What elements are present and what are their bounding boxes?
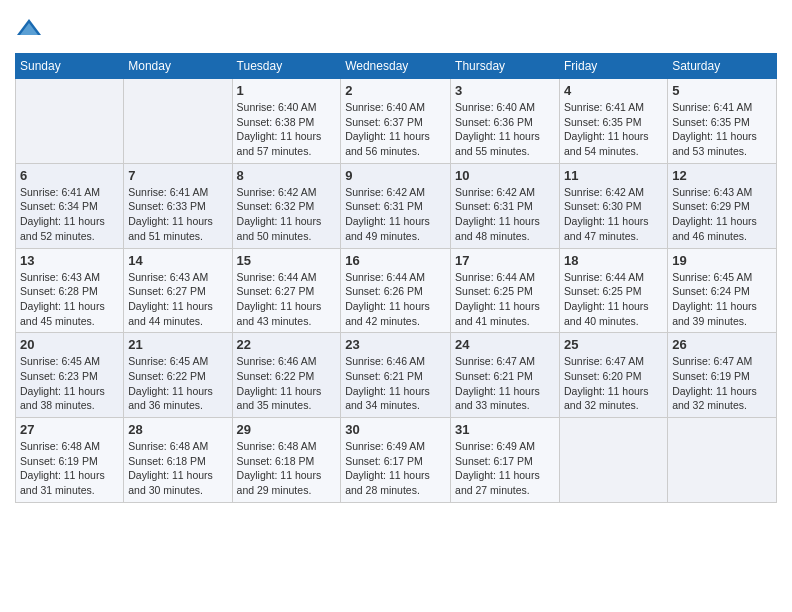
day-detail: Sunrise: 6:45 AM Sunset: 6:22 PM Dayligh… <box>128 354 227 413</box>
day-number: 20 <box>20 337 119 352</box>
calendar-cell: 23Sunrise: 6:46 AM Sunset: 6:21 PM Dayli… <box>341 333 451 418</box>
calendar-cell: 6Sunrise: 6:41 AM Sunset: 6:34 PM Daylig… <box>16 163 124 248</box>
day-header-sunday: Sunday <box>16 54 124 79</box>
calendar-cell: 4Sunrise: 6:41 AM Sunset: 6:35 PM Daylig… <box>559 79 667 164</box>
calendar-cell: 9Sunrise: 6:42 AM Sunset: 6:31 PM Daylig… <box>341 163 451 248</box>
day-number: 7 <box>128 168 227 183</box>
calendar-cell: 11Sunrise: 6:42 AM Sunset: 6:30 PM Dayli… <box>559 163 667 248</box>
day-number: 31 <box>455 422 555 437</box>
day-number: 29 <box>237 422 337 437</box>
day-detail: Sunrise: 6:43 AM Sunset: 6:28 PM Dayligh… <box>20 270 119 329</box>
calendar-cell <box>124 79 232 164</box>
day-detail: Sunrise: 6:45 AM Sunset: 6:23 PM Dayligh… <box>20 354 119 413</box>
calendar-cell: 25Sunrise: 6:47 AM Sunset: 6:20 PM Dayli… <box>559 333 667 418</box>
calendar-cell: 31Sunrise: 6:49 AM Sunset: 6:17 PM Dayli… <box>451 418 560 503</box>
day-detail: Sunrise: 6:43 AM Sunset: 6:29 PM Dayligh… <box>672 185 772 244</box>
calendar-cell: 13Sunrise: 6:43 AM Sunset: 6:28 PM Dayli… <box>16 248 124 333</box>
calendar-cell: 28Sunrise: 6:48 AM Sunset: 6:18 PM Dayli… <box>124 418 232 503</box>
calendar-cell: 29Sunrise: 6:48 AM Sunset: 6:18 PM Dayli… <box>232 418 341 503</box>
day-detail: Sunrise: 6:44 AM Sunset: 6:25 PM Dayligh… <box>564 270 663 329</box>
day-detail: Sunrise: 6:49 AM Sunset: 6:17 PM Dayligh… <box>455 439 555 498</box>
day-number: 1 <box>237 83 337 98</box>
calendar-cell: 18Sunrise: 6:44 AM Sunset: 6:25 PM Dayli… <box>559 248 667 333</box>
calendar-header-row: SundayMondayTuesdayWednesdayThursdayFrid… <box>16 54 777 79</box>
calendar-cell <box>559 418 667 503</box>
calendar-cell <box>668 418 777 503</box>
calendar-cell: 21Sunrise: 6:45 AM Sunset: 6:22 PM Dayli… <box>124 333 232 418</box>
calendar-cell: 17Sunrise: 6:44 AM Sunset: 6:25 PM Dayli… <box>451 248 560 333</box>
day-number: 26 <box>672 337 772 352</box>
day-number: 2 <box>345 83 446 98</box>
logo-icon <box>15 15 43 43</box>
day-number: 4 <box>564 83 663 98</box>
calendar-cell: 3Sunrise: 6:40 AM Sunset: 6:36 PM Daylig… <box>451 79 560 164</box>
calendar-cell: 15Sunrise: 6:44 AM Sunset: 6:27 PM Dayli… <box>232 248 341 333</box>
day-detail: Sunrise: 6:46 AM Sunset: 6:22 PM Dayligh… <box>237 354 337 413</box>
logo <box>15 15 47 43</box>
day-number: 27 <box>20 422 119 437</box>
day-detail: Sunrise: 6:45 AM Sunset: 6:24 PM Dayligh… <box>672 270 772 329</box>
day-detail: Sunrise: 6:47 AM Sunset: 6:21 PM Dayligh… <box>455 354 555 413</box>
calendar-cell: 1Sunrise: 6:40 AM Sunset: 6:38 PM Daylig… <box>232 79 341 164</box>
day-detail: Sunrise: 6:41 AM Sunset: 6:35 PM Dayligh… <box>564 100 663 159</box>
calendar-cell: 22Sunrise: 6:46 AM Sunset: 6:22 PM Dayli… <box>232 333 341 418</box>
day-detail: Sunrise: 6:48 AM Sunset: 6:18 PM Dayligh… <box>128 439 227 498</box>
day-detail: Sunrise: 6:42 AM Sunset: 6:31 PM Dayligh… <box>345 185 446 244</box>
calendar-cell: 27Sunrise: 6:48 AM Sunset: 6:19 PM Dayli… <box>16 418 124 503</box>
day-detail: Sunrise: 6:42 AM Sunset: 6:32 PM Dayligh… <box>237 185 337 244</box>
calendar-cell <box>16 79 124 164</box>
day-number: 23 <box>345 337 446 352</box>
calendar-cell: 14Sunrise: 6:43 AM Sunset: 6:27 PM Dayli… <box>124 248 232 333</box>
day-header-tuesday: Tuesday <box>232 54 341 79</box>
day-header-saturday: Saturday <box>668 54 777 79</box>
day-number: 3 <box>455 83 555 98</box>
day-detail: Sunrise: 6:48 AM Sunset: 6:18 PM Dayligh… <box>237 439 337 498</box>
day-number: 12 <box>672 168 772 183</box>
calendar-week-2: 6Sunrise: 6:41 AM Sunset: 6:34 PM Daylig… <box>16 163 777 248</box>
day-detail: Sunrise: 6:46 AM Sunset: 6:21 PM Dayligh… <box>345 354 446 413</box>
page-header <box>15 15 777 43</box>
day-detail: Sunrise: 6:42 AM Sunset: 6:31 PM Dayligh… <box>455 185 555 244</box>
calendar-cell: 5Sunrise: 6:41 AM Sunset: 6:35 PM Daylig… <box>668 79 777 164</box>
calendar-cell: 26Sunrise: 6:47 AM Sunset: 6:19 PM Dayli… <box>668 333 777 418</box>
day-number: 15 <box>237 253 337 268</box>
calendar-cell: 8Sunrise: 6:42 AM Sunset: 6:32 PM Daylig… <box>232 163 341 248</box>
day-number: 11 <box>564 168 663 183</box>
day-number: 25 <box>564 337 663 352</box>
calendar-week-3: 13Sunrise: 6:43 AM Sunset: 6:28 PM Dayli… <box>16 248 777 333</box>
calendar-cell: 7Sunrise: 6:41 AM Sunset: 6:33 PM Daylig… <box>124 163 232 248</box>
day-number: 13 <box>20 253 119 268</box>
calendar-cell: 20Sunrise: 6:45 AM Sunset: 6:23 PM Dayli… <box>16 333 124 418</box>
calendar-cell: 30Sunrise: 6:49 AM Sunset: 6:17 PM Dayli… <box>341 418 451 503</box>
day-number: 8 <box>237 168 337 183</box>
day-number: 30 <box>345 422 446 437</box>
day-header-friday: Friday <box>559 54 667 79</box>
calendar-cell: 10Sunrise: 6:42 AM Sunset: 6:31 PM Dayli… <box>451 163 560 248</box>
day-detail: Sunrise: 6:41 AM Sunset: 6:33 PM Dayligh… <box>128 185 227 244</box>
calendar-cell: 24Sunrise: 6:47 AM Sunset: 6:21 PM Dayli… <box>451 333 560 418</box>
calendar-cell: 12Sunrise: 6:43 AM Sunset: 6:29 PM Dayli… <box>668 163 777 248</box>
day-number: 24 <box>455 337 555 352</box>
day-detail: Sunrise: 6:40 AM Sunset: 6:37 PM Dayligh… <box>345 100 446 159</box>
calendar-week-5: 27Sunrise: 6:48 AM Sunset: 6:19 PM Dayli… <box>16 418 777 503</box>
day-detail: Sunrise: 6:44 AM Sunset: 6:25 PM Dayligh… <box>455 270 555 329</box>
day-number: 6 <box>20 168 119 183</box>
calendar-cell: 19Sunrise: 6:45 AM Sunset: 6:24 PM Dayli… <box>668 248 777 333</box>
day-number: 28 <box>128 422 227 437</box>
calendar-week-1: 1Sunrise: 6:40 AM Sunset: 6:38 PM Daylig… <box>16 79 777 164</box>
day-detail: Sunrise: 6:49 AM Sunset: 6:17 PM Dayligh… <box>345 439 446 498</box>
day-header-wednesday: Wednesday <box>341 54 451 79</box>
day-detail: Sunrise: 6:47 AM Sunset: 6:20 PM Dayligh… <box>564 354 663 413</box>
day-number: 10 <box>455 168 555 183</box>
day-number: 5 <box>672 83 772 98</box>
day-detail: Sunrise: 6:43 AM Sunset: 6:27 PM Dayligh… <box>128 270 227 329</box>
day-detail: Sunrise: 6:44 AM Sunset: 6:27 PM Dayligh… <box>237 270 337 329</box>
day-detail: Sunrise: 6:47 AM Sunset: 6:19 PM Dayligh… <box>672 354 772 413</box>
day-number: 9 <box>345 168 446 183</box>
day-number: 22 <box>237 337 337 352</box>
calendar-cell: 16Sunrise: 6:44 AM Sunset: 6:26 PM Dayli… <box>341 248 451 333</box>
day-header-monday: Monday <box>124 54 232 79</box>
day-detail: Sunrise: 6:48 AM Sunset: 6:19 PM Dayligh… <box>20 439 119 498</box>
day-detail: Sunrise: 6:44 AM Sunset: 6:26 PM Dayligh… <box>345 270 446 329</box>
day-detail: Sunrise: 6:41 AM Sunset: 6:35 PM Dayligh… <box>672 100 772 159</box>
